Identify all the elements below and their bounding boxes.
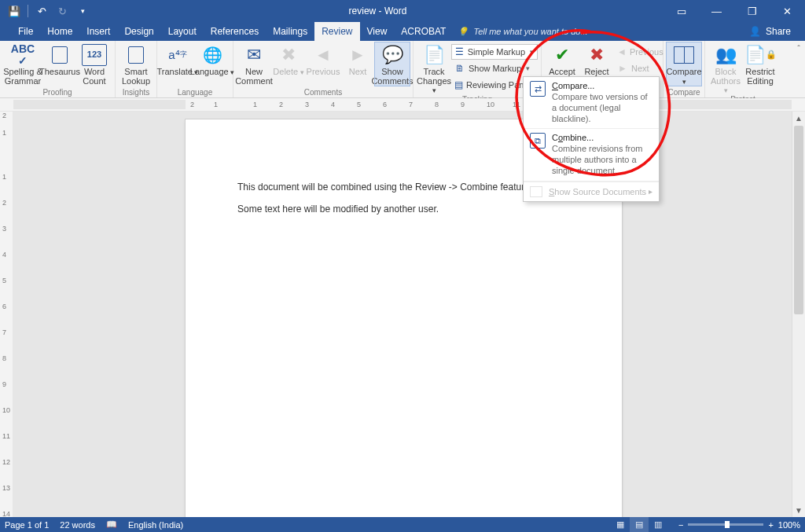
block-authors-button[interactable]: 👥 Block Authors ▾ (708, 42, 743, 95)
close-icon[interactable]: ✕ (770, 0, 805, 22)
markup-display-dropdown[interactable]: ☰ Simple Markup▾ (451, 44, 538, 60)
tell-me-placeholder: Tell me what you want to do... (473, 27, 587, 36)
ribbon-review: ABC✓ Spelling & Grammar Thesaurus 123 Wo… (0, 41, 805, 98)
submenu-arrow-icon: ▸ (649, 187, 652, 196)
tab-view[interactable]: View (360, 22, 395, 41)
previous-change-button[interactable]: ◄ Previous (614, 44, 660, 60)
zoom-in-icon[interactable]: + (768, 520, 773, 530)
share-button[interactable]: 👤 Share (735, 22, 805, 41)
prev-change-icon: ◄ (617, 46, 627, 57)
language-icon: 🌐 (200, 44, 225, 66)
print-layout-icon[interactable]: ▤ (630, 517, 649, 532)
minimize-icon[interactable]: — (699, 0, 734, 22)
smart-lookup-button[interactable]: Smart Lookup (119, 42, 153, 86)
word-count-button[interactable]: 123 Word Count (77, 42, 112, 86)
share-label: Share (766, 26, 791, 37)
compare-icon (671, 44, 697, 66)
paragraph[interactable]: Some text here will be modified by anoth… (237, 203, 570, 216)
restrict-editing-button[interactable]: 📄🔒 Restrict Editing (743, 42, 777, 86)
tab-review[interactable]: Review (314, 22, 359, 41)
menu-combine-title: mbine... (563, 133, 594, 142)
new-comment-button[interactable]: ✉ New Comment (237, 42, 271, 86)
group-compare: Compare▾ Compare (663, 41, 705, 97)
ribbon-display-icon[interactable]: ▭ (663, 0, 699, 22)
new-comment-icon: ✉ (241, 44, 266, 66)
markup-icon: ☰ (455, 46, 465, 57)
menu-compare-title: ompare... (558, 81, 594, 90)
combine-menu-icon: ⧉ (530, 133, 546, 149)
web-layout-icon[interactable]: ▥ (649, 517, 667, 532)
compare-button[interactable]: Compare▾ (667, 42, 701, 86)
read-mode-icon[interactable]: ▦ (611, 517, 630, 532)
tab-design[interactable]: Design (117, 22, 160, 41)
show-comments-button[interactable]: 💬 Show Comments (375, 42, 410, 86)
translate-icon: a⁴字 (165, 44, 190, 66)
block-authors-icon: 👥 (713, 44, 738, 66)
scroll-up-icon[interactable]: ▲ (792, 112, 805, 125)
group-comments: ✉ New Comment ✖ Delete ▾ ◄ Previous ► Ne… (233, 41, 414, 97)
thesaurus-button[interactable]: Thesaurus (42, 42, 77, 77)
status-words[interactable]: 22 words (60, 520, 95, 530)
show-comments-icon: 💬 (380, 44, 405, 66)
ribbon-tabs: File Home Insert Design Layout Reference… (0, 22, 805, 41)
next-change-button[interactable]: ► Next (614, 61, 660, 76)
reject-icon: ✖ (584, 44, 609, 66)
tab-insert[interactable]: Insert (79, 22, 117, 41)
status-proofread-icon[interactable]: 📖 (106, 519, 117, 530)
accept-icon: ✔ (550, 44, 575, 66)
undo-icon[interactable]: ↶ (32, 2, 51, 20)
next-comment-button[interactable]: ► Next (340, 42, 375, 77)
track-changes-button[interactable]: 📄 Track Changes ▾ (417, 42, 451, 95)
menu-compare[interactable]: ⇄ Compare... Compare two versions of a d… (524, 77, 659, 129)
reviewing-pane-icon: ▤ (454, 79, 463, 90)
redo-icon[interactable]: ↻ (53, 2, 72, 20)
menu-show-source: Show Source Documents ▸ (524, 182, 659, 201)
zoom-out-icon[interactable]: − (678, 520, 683, 530)
tab-file[interactable]: File (11, 22, 40, 41)
group-language: a⁴字 Translate ▾ 🌐 Language ▾ Language (157, 41, 233, 97)
ruler-vertical[interactable]: 2112345678910111213141516 (0, 112, 13, 517)
zoom-slider[interactable] (688, 523, 763, 526)
status-page[interactable]: Page 1 of 1 (5, 520, 49, 530)
restore-icon[interactable]: ❐ (734, 0, 770, 22)
save-icon[interactable]: 💾 (5, 2, 24, 20)
zoom-level[interactable]: 100% (778, 520, 800, 530)
show-markup-icon: 🗎 (454, 63, 465, 74)
scroll-down-icon[interactable]: ▼ (792, 504, 805, 517)
group-insights: Smart Lookup Insights (116, 41, 157, 97)
view-mode-buttons: ▦ ▤ ▥ (611, 517, 667, 532)
language-button[interactable]: 🌐 Language ▾ (195, 42, 230, 77)
show-markup-button[interactable]: 🗎 Show Markup▾ (451, 61, 538, 76)
paragraph[interactable]: This document will be combined using the… (237, 181, 570, 194)
tab-home[interactable]: Home (40, 22, 79, 41)
tab-references[interactable]: References (204, 22, 266, 41)
zoom-control[interactable]: − + 100% (678, 520, 800, 530)
scroll-thumb[interactable] (794, 126, 803, 314)
qat-customize-icon[interactable]: ▾ (73, 2, 92, 20)
vertical-scrollbar[interactable]: ▲ ▼ (792, 112, 805, 517)
spelling-grammar-button[interactable]: ABC✓ Spelling & Grammar (3, 42, 42, 86)
ruler-horizontal[interactable]: 2112345678910111213141516 (0, 98, 805, 112)
titlebar: 💾 ↶ ↻ ▾ review - Word ▭ — ❐ ✕ (0, 0, 805, 22)
document-workspace: 2112345678910111213141516 This document … (0, 112, 805, 517)
tab-layout[interactable]: Layout (161, 22, 204, 41)
thesaurus-icon (47, 44, 72, 66)
menu-combine-desc: Combine revisions from multiple authors … (552, 144, 652, 176)
collapse-ribbon-icon[interactable]: ˆ (792, 41, 805, 97)
next-comment-icon: ► (345, 44, 370, 66)
word-count-icon: 123 (82, 44, 107, 66)
delete-comment-button[interactable]: ✖ Delete ▾ (271, 42, 306, 77)
menu-combine[interactable]: ⧉ Combine... Combine revisions from mult… (524, 129, 659, 181)
tell-me-search[interactable]: 💡 Tell me what you want to do... (458, 22, 587, 41)
smart-lookup-icon (123, 44, 149, 66)
tab-acrobat[interactable]: ACROBAT (394, 22, 453, 41)
statusbar: Page 1 of 1 22 words 📖 English (India) ▦… (0, 517, 805, 532)
status-language[interactable]: English (India) (128, 520, 183, 530)
previous-comment-button[interactable]: ◄ Previous (306, 42, 340, 77)
zoom-knob[interactable] (725, 521, 730, 528)
track-changes-icon: 📄 (421, 44, 447, 66)
tab-mailings[interactable]: Mailings (266, 22, 314, 41)
compare-accelerator: C (552, 81, 558, 90)
next-change-icon: ► (617, 63, 628, 74)
show-source-icon (530, 186, 542, 197)
